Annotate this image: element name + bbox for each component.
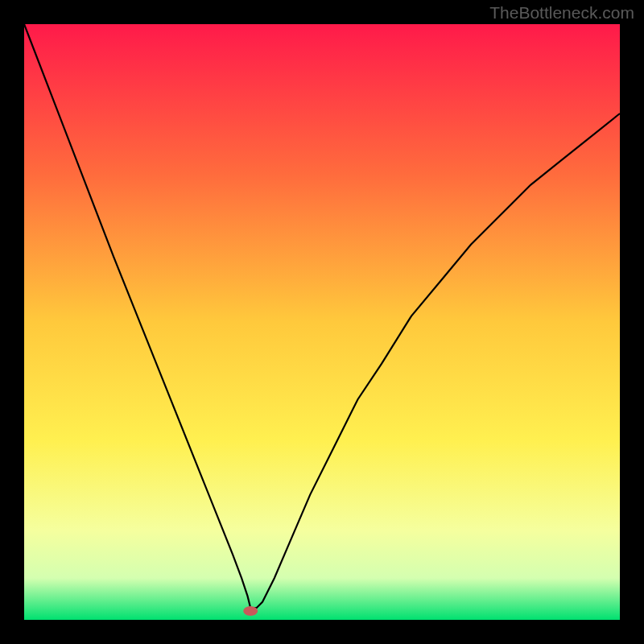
bottleneck-chart bbox=[0, 0, 644, 644]
watermark-text: TheBottleneck.com bbox=[489, 3, 634, 23]
plot-background bbox=[24, 24, 620, 620]
chart-container: TheBottleneck.com bbox=[0, 0, 644, 644]
optimal-marker bbox=[243, 606, 258, 616]
